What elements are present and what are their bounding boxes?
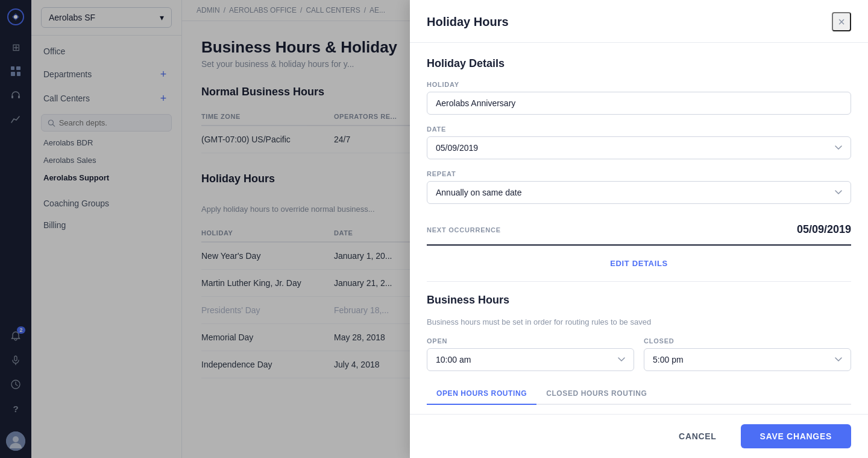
modal-body: Holiday Details HOLIDAY DATE 05/09/2019 … bbox=[410, 43, 868, 414]
next-occurrence-row: NEXT OCCURRENCE 05/09/2019 bbox=[427, 215, 851, 246]
modal-panel: Holiday Hours × Holiday Details HOLIDAY … bbox=[410, 0, 868, 458]
next-occurrence-value: 05/09/2019 bbox=[797, 223, 851, 236]
open-label: OPEN bbox=[427, 337, 634, 345]
open-closed-row: OPEN 8:00 am 9:00 am 10:00 am 11:00 am C… bbox=[427, 337, 851, 371]
save-changes-button[interactable]: SAVE CHANGES bbox=[741, 424, 851, 448]
closed-time-select[interactable]: 4:00 pm 5:00 pm 6:00 pm bbox=[644, 348, 851, 371]
modal-footer: CANCEL SAVE CHANGES bbox=[410, 414, 868, 458]
open-time-select[interactable]: 8:00 am 9:00 am 10:00 am 11:00 am bbox=[427, 348, 634, 371]
holiday-name-input[interactable] bbox=[427, 92, 851, 115]
holiday-repeat-label: REPEAT bbox=[427, 170, 851, 177]
edit-details-button[interactable]: EDIT DETAILS bbox=[603, 255, 675, 272]
close-button[interactable]: × bbox=[832, 12, 851, 31]
edit-details-row: EDIT DETAILS bbox=[427, 246, 851, 282]
holiday-name-label: HOLIDAY bbox=[427, 81, 851, 88]
open-field: OPEN 8:00 am 9:00 am 10:00 am 11:00 am bbox=[427, 337, 634, 371]
holiday-repeat-select[interactable]: Does not repeat Annually on same date bbox=[427, 181, 851, 204]
business-hours-heading: Business Hours bbox=[427, 294, 851, 307]
holiday-date-label: DATE bbox=[427, 126, 851, 133]
modal-header: Holiday Hours × bbox=[410, 0, 868, 43]
modal-title: Holiday Hours bbox=[427, 15, 509, 29]
next-occurrence-label: NEXT OCCURRENCE bbox=[427, 226, 501, 234]
cancel-button[interactable]: CANCEL bbox=[664, 425, 731, 447]
holiday-repeat-field: REPEAT Does not repeat Annually on same … bbox=[427, 170, 851, 204]
tab-open-hours-routing[interactable]: OPEN HOURS ROUTING bbox=[427, 383, 536, 405]
holiday-date-field: DATE 05/09/2019 bbox=[427, 126, 851, 159]
holiday-details-heading: Holiday Details bbox=[427, 57, 851, 70]
closed-label: CLOSED bbox=[644, 337, 851, 345]
routing-tabs: OPEN HOURS ROUTING CLOSED HOURS ROUTING bbox=[427, 383, 851, 405]
tab-closed-hours-routing[interactable]: CLOSED HOURS ROUTING bbox=[536, 383, 656, 405]
business-hours-desc: Business hours must be set in order for … bbox=[427, 317, 851, 326]
holiday-date-select[interactable]: 05/09/2019 bbox=[427, 136, 851, 159]
closed-field: CLOSED 4:00 pm 5:00 pm 6:00 pm bbox=[644, 337, 851, 371]
holiday-name-field: HOLIDAY bbox=[427, 81, 851, 115]
